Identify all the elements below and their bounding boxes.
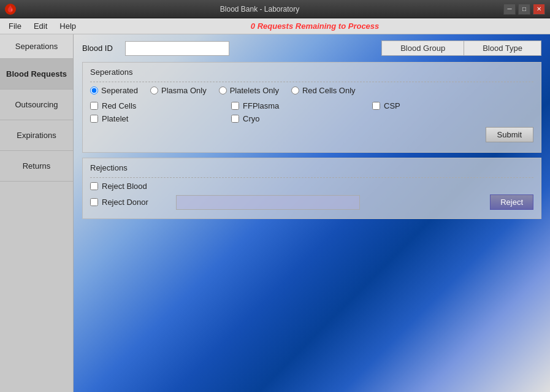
sidebar: Seperations Blood Requests Outsourcing E… [0,34,74,392]
radio-plasma-only-label: Plasma Only [161,86,207,95]
checkbox-platelet[interactable] [90,115,98,123]
title-bar: 🩸 Blood Bank - Laboratory ─ □ ✕ [0,0,550,18]
blood-id-row: Blood ID Blood Group Blood Type [82,40,541,56]
checkbox-red-cells-label: Red Cells [102,101,136,110]
reject-button[interactable]: Reject [490,194,533,210]
window-title: Blood Bank - Laboratory [16,5,503,13]
window-controls: ─ □ ✕ [503,4,545,15]
radio-separated-input[interactable] [90,86,98,94]
reject-donor-label-container: Reject Donor [90,198,170,207]
menu-file[interactable]: File [2,20,28,32]
checkbox-csp[interactable] [372,102,380,110]
rejections-section: Rejections Reject Blood Reject Donor [82,158,541,219]
checkbox-platelet-label: Platelet [102,114,128,123]
reject-blood-label-container: Reject Blood [90,182,170,191]
checkbox-row-1: Red Cells FFPlasma CSP [90,101,533,110]
checkbox-csp-label: CSP [384,101,400,110]
checkbox-reject-donor[interactable] [90,198,98,206]
status-notice: 0 Requests Remaining to Process [82,21,548,31]
maximize-button[interactable]: □ [518,4,530,15]
checkbox-red-cells-cell: Red Cells [90,101,231,110]
checkbox-reject-blood[interactable] [90,182,98,190]
sidebar-item-blood-requests-label: Blood Requests [6,69,67,79]
sidebar-item-expirations[interactable]: Expirations [0,120,73,151]
reject-donor-row: Reject Donor Reject [90,194,533,210]
rejections-title: Rejections [90,163,533,172]
checkbox-cryo-label: Cryo [243,114,259,123]
radio-red-cells-only-label: Red Cells Only [302,86,356,95]
reject-blood-row: Reject Blood [90,182,533,191]
checkbox-csp-cell: CSP [372,101,513,110]
sidebar-item-separations[interactable]: Seperations [0,34,73,59]
checkbox-ffplasma[interactable] [231,102,239,110]
radio-platelets-only-label: Platelets Only [230,86,279,95]
radio-plasma-only-input[interactable] [150,86,158,94]
submit-button[interactable]: Submit [486,127,533,142]
content-overlay: Blood ID Blood Group Blood Type Seperati… [74,34,550,392]
blood-id-input[interactable] [125,41,229,56]
submit-row: Submit [90,127,533,142]
sidebar-item-outsourcing-label: Outsourcing [15,100,58,109]
blood-group-type-container: Blood Group Blood Type [381,40,541,56]
reject-blood-label: Reject Blood [102,182,147,191]
checkbox-red-cells[interactable] [90,102,98,110]
sidebar-item-returns-label: Returns [23,161,51,171]
menu-edit[interactable]: Edit [28,20,53,32]
sidebar-item-returns[interactable]: Returns [0,151,73,182]
content-area: Blood ID Blood Group Blood Type Seperati… [74,34,550,392]
radio-red-cells-only-input[interactable] [291,86,299,94]
radio-platelets-only[interactable]: Platelets Only [219,86,279,95]
checkbox-platelet-cell: Platelet [90,114,231,123]
radio-platelets-only-input[interactable] [219,86,227,94]
reject-donor-input[interactable] [176,195,360,210]
radio-separated[interactable]: Seperated [90,86,138,95]
sidebar-item-blood-requests[interactable]: Blood Requests [0,59,73,90]
main-container: Seperations Blood Requests Outsourcing E… [0,34,550,392]
app-icon: 🩸 [5,4,16,15]
separations-title: Seperations [90,67,533,77]
reject-donor-label: Reject Donor [102,198,148,207]
radio-row: Seperated Plasma Only Platelets Only Red… [90,86,533,95]
checkbox-cryo-cell: Cryo [231,114,372,123]
sidebar-item-expirations-label: Expirations [17,131,56,140]
radio-separated-label: Seperated [101,86,138,95]
blood-type-label: Blood Type [464,41,541,55]
menu-bar: File Edit Help 0 Requests Remaining to P… [0,18,550,34]
checkbox-cryo[interactable] [231,115,239,123]
checkbox-ffplasma-label: FFPlasma [243,101,279,110]
sidebar-item-outsourcing[interactable]: Outsourcing [0,90,73,120]
minimize-button[interactable]: ─ [503,4,516,15]
blood-id-label: Blood ID [82,44,119,53]
separations-section: Seperations Seperated Plasma Only Platel… [82,62,541,153]
checkbox-row-2: Platelet Cryo [90,114,533,123]
checkbox-ffplasma-cell: FFPlasma [231,101,372,110]
menu-help[interactable]: Help [53,20,82,32]
radio-plasma-only[interactable]: Plasma Only [150,86,207,95]
blood-group-label: Blood Group [382,41,464,55]
close-button[interactable]: ✕ [533,4,545,15]
radio-red-cells-only[interactable]: Red Cells Only [291,86,356,95]
sidebar-item-separations-label: Seperations [15,42,58,51]
